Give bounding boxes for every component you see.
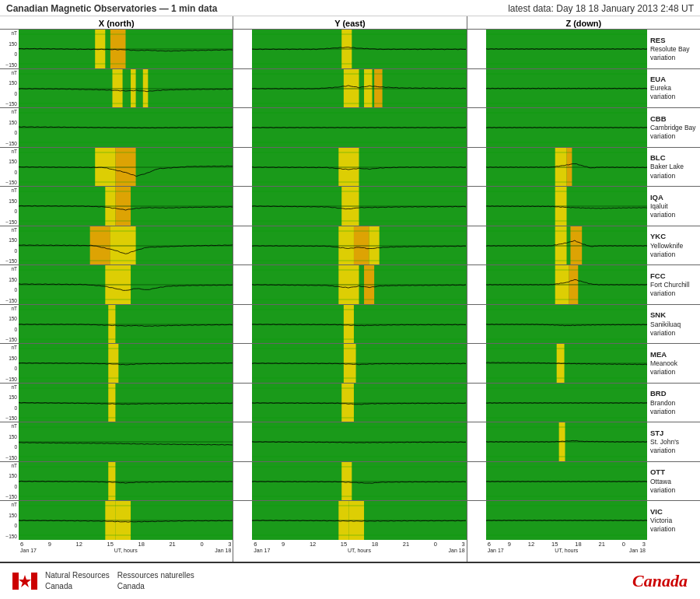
row-YKC-col-1 [233,226,466,266]
tick-6: 6 [488,541,491,548]
svg-rect-50 [108,384,115,422]
date-row-1: Jan 17 UT, hours Jan 18 [252,548,466,553]
tick-18: 18 [138,541,144,548]
footer: Natural Resources Canada Ressources natu… [0,562,700,599]
svg-rect-64 [105,501,115,540]
row-IQA-col-0: nT1500−150 [0,187,233,226]
plot-YKC-col-1 [252,226,466,265]
svg-rect-114 [344,344,356,383]
yticks-SNK-1 [233,305,252,344]
col-title-2: Z (down) [467,16,700,30]
tick-15: 15 [107,541,114,548]
column-0: X (north)nT1500−150nT1500−150nT1500−150n… [0,16,233,562]
yticks-SNK-0: nT1500−150 [0,305,19,344]
station-label-RES: RESResolute Bayvariation [647,30,700,68]
plot-EUA-col-1 [252,69,466,108]
date-right-1: Jan 18 [449,548,465,553]
row-OTT-col-0: nT1500−150 [0,462,233,502]
tick-6: 6 [20,541,23,548]
plot-SNK-col-2 [486,305,647,344]
svg-rect-35 [105,265,131,304]
row-BLC-col-1 [233,148,466,187]
row-FCC-col-2: FCCFort Churchillvariation [467,265,700,305]
tick-3: 3 [228,541,231,548]
plot-STJ-col-1 [252,422,466,461]
svg-rect-75 [344,69,359,108]
tick-9: 9 [48,541,51,548]
tick-9: 9 [508,541,511,548]
svg-rect-23 [105,187,115,226]
row-YKC-col-0: nT1500−150 [0,226,233,266]
svg-rect-200 [12,573,19,590]
xaxis-inner-2: 691215182103Jan 17 UT, hours Jan 18 [486,540,647,562]
yticks-EUA-1 [233,69,252,108]
yticks-VIC-1 [233,501,252,540]
tick-18: 18 [372,541,378,548]
row-SNK-col-0: nT1500−150 [0,305,233,345]
date-left-0: Jan 17 [20,548,37,553]
plot-CBB-col-0 [19,108,233,147]
tick-3: 3 [461,541,464,548]
row-OTT-col-2: OTTOttawavariation [467,462,700,502]
yticks-MEA-1 [233,344,252,383]
yticks-IQA-0: nT1500−150 [0,187,19,226]
plot-CBB-col-1 [252,108,466,147]
plot-IQA-col-0 [19,187,233,226]
tick-21: 21 [169,541,175,548]
row-SNK-col-2: SNKSanikiluaqvariation [467,305,700,345]
ut-hours-2: UT, hours [555,548,578,553]
plot-VIC-col-1 [252,501,466,540]
svg-rect-65 [115,501,131,540]
date-row-2: Jan 17 UT, hours Jan 18 [486,548,647,553]
plot-SNK-col-0 [19,305,233,344]
svg-rect-30 [110,226,136,265]
plot-BLC-col-0 [19,148,233,187]
xaxis-col-2: 691215182103Jan 17 UT, hours Jan 18 [467,540,700,562]
plot-FCC-col-1 [252,265,466,304]
column-2: Z (down)RESResolute BayvariationEUAEurek… [467,16,700,562]
plot-YKC-col-0 [19,226,233,265]
station-label-YKC: YKCYellowknifevariation [647,226,700,265]
yticks-BLC-0: nT1500−150 [0,148,19,187]
svg-rect-98 [369,226,380,265]
yticks-MEA-2 [467,344,486,383]
plot-CBB-col-2 [486,108,647,147]
row-STJ-col-2: STJSt. John'svariation [467,422,700,462]
yticks-YKC-1 [233,226,252,265]
station-label-BRD: BRDBrandonvariation [647,384,700,422]
yticks-STJ-1 [233,422,252,461]
date-left-2: Jan 17 [488,548,504,553]
ut-hours-0: UT, hours [114,548,138,553]
svg-rect-59 [108,462,115,501]
xaxis-inner-0: 691215182103Jan 17 UT, hours Jan 18 [19,540,233,562]
yticks-IQA-2 [467,187,486,226]
row-BLC-col-2: BLCBaker Lakevariation [467,148,700,187]
svg-rect-104 [364,265,374,304]
plot-YKC-col-2 [486,226,647,265]
tick-0: 0 [200,541,203,548]
yticks-VIC-0: nT1500−150 [0,501,19,540]
svg-rect-17 [95,148,115,187]
svg-rect-70 [342,30,352,68]
column-1: Y (east)691215182103Jan 17 UT, hours Jan… [233,16,467,562]
svg-rect-103 [339,265,359,304]
yticks-YKC-0: nT1500−150 [0,226,19,265]
footer-nrc-fr-text: Ressources naturelles Canada [117,570,194,592]
svg-rect-18 [115,148,135,187]
row-FCC-col-1 [233,265,466,305]
row-MEA-col-2: MEAMeanookvariation [467,344,700,384]
station-label-SNK: SNKSanikiluaqvariation [647,305,700,344]
svg-rect-163 [570,226,582,265]
yticks-IQA-1 [233,187,252,226]
svg-rect-151 [555,148,566,187]
row-MEA-col-1 [233,344,466,384]
plot-OTT-col-1 [252,462,466,501]
canada-flag-icon [12,573,37,590]
row-YKC-col-2: YKCYellowknifevariation [467,226,700,266]
yticks-OTT-1 [233,462,252,501]
row-OTT-col-1 [233,462,466,502]
yticks-EUA-0: nT1500−150 [0,69,19,108]
yticks-OTT-0: nT1500−150 [0,462,19,501]
row-FCC-col-0: nT1500−150 [0,265,233,305]
row-BRD-col-2: BRDBrandonvariation [467,384,700,423]
